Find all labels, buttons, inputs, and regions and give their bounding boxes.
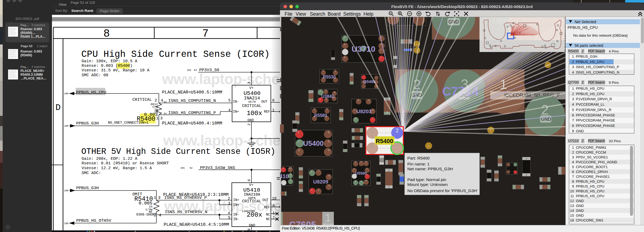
svg-text:3: 3 [158,196,160,200]
svg-text:4: 4 [328,148,330,152]
svg-text:Net name: PPBUS_G3H: Net name: PPBUS_G3H [407,167,453,171]
svg-text:10: 10 [365,179,367,182]
svg-text:8: 8 [355,180,356,182]
svg-text:5: 5 [344,36,345,39]
svg-text:100: 100 [64,189,68,192]
svg-text:1: 1 [380,56,382,59]
svg-text:101: 101 [180,167,185,169]
svg-text:8: 8 [344,56,345,59]
svg-text:4: 4 [322,69,324,72]
svg-text:GND: GND [247,118,254,122]
svg-text:1: 1 [325,212,331,224]
svg-text:OTHER 5V High Side Current Sen: OTHER 5V High Side Current Sense (IO5R) [81,147,275,156]
svg-text:CRITICAL: CRITICAL [242,104,261,108]
svg-text:53: 53 [194,69,197,72]
svg-text:6: 6 [328,131,330,134]
svg-text:1: 1 [156,116,159,121]
svg-text:U8203: U8203 [356,109,372,114]
svg-text:PPBUS_G3H: PPBUS_G3H [76,186,99,191]
svg-text:U8209: U8209 [313,179,328,185]
svg-text:U5400: U5400 [303,139,324,147]
svg-text:6: 6 [358,99,359,102]
svg-text:8: 8 [290,178,292,181]
svg-text:2: 2 [388,169,390,172]
svg-text:3: 3 [160,116,163,121]
svg-text:D: D [55,103,61,113]
svg-text:www.laptop-schema: www.laptop-schema [163,132,282,149]
svg-text:52: 52 [190,167,192,169]
svg-text:1: 1 [298,131,299,134]
svg-text:PPBUS_G3H: PPBUS_G3H [76,121,99,126]
svg-text:C7605: C7605 [289,219,316,225]
svg-text:Gain: 200x, EDP: 1.22 A: Gain: 200x, EDP: 1.22 A [82,157,137,161]
svg-text:NC: NC [266,217,270,221]
svg-text:IN-: IN- [233,100,239,104]
svg-text:2: 2 [372,109,373,111]
svg-text:1: 1 [490,129,491,132]
svg-text:2: 2 [155,98,157,103]
svg-text:2: 2 [541,102,549,117]
svg-text:3: 3 [370,144,373,149]
svg-text:5: 5 [334,91,335,94]
svg-text:5: 5 [228,216,230,220]
svg-text:R5530: R5530 [323,75,335,79]
svg-text:ISNS_HS_OTHER5V_N: ISNS_HS_OTHER5V_N [165,210,207,214]
svg-text:100: 100 [64,125,68,127]
svg-text:R5580: R5580 [314,113,327,118]
svg-text:3: 3 [365,161,367,163]
svg-text:PLACE_NEAR=U5410.4:5:10MM: PLACE_NEAR=U5410.4:5:10MM [164,222,229,227]
svg-text:2: 2 [247,123,251,126]
svg-text:4: 4 [370,128,373,133]
svg-text:Rsense: 0.003 (R5400): Rsense: 0.003 (R5400) [82,64,132,68]
svg-text:6: 6 [344,43,345,46]
svg-text:GND: GND [249,223,255,227]
svg-text:SMC ADC: 00: SMC ADC: 00 [82,73,108,78]
svg-text:Mount type: Unknown: Mount type: Unknown [407,182,448,187]
svg-text:1: 1 [428,145,429,147]
svg-text:1: 1 [526,173,527,176]
svg-text:SC70: SC70 [248,100,256,103]
svg-text:1: 1 [396,144,399,149]
svg-text:Part: R5400: Part: R5400 [407,156,430,160]
svg-text:PLACE_NEAR=U5410.2:3:10MM: PLACE_NEAR=U5410.2:3:10MM [163,192,229,197]
svg-text:OUT: OUT [261,100,267,104]
svg-text:1: 1 [388,185,390,188]
svg-text:1: 1 [386,99,388,101]
svg-text:Pad type: Normal pin: Pad type: Normal pin [407,177,446,182]
svg-text:Rsense: 0.01 (R5410) or Rsense: Rsense: 0.01 (R5410) or Rsense SHORT [82,161,169,166]
svg-text:PLACE_NEAR=U5400.4:10MM: PLACE_NEAR=U5400.4:10MM [162,121,222,126]
svg-text:NO_XNET_CONNECTION=1: NO_XNET_CONNECTION=1 [108,121,148,125]
svg-text:4: 4 [159,213,161,218]
svg-text:REF: REF [264,206,270,209]
svg-text:9: 9 [360,180,362,182]
svg-text:54: 54 [164,101,167,103]
svg-text:3: 3 [298,148,300,152]
svg-text:NC: NC [266,213,270,217]
svg-text:8: 8 [355,117,356,120]
svg-text:3: 3 [380,43,382,46]
svg-text:OUT: OUT [262,198,268,202]
svg-text:5: 5 [228,98,230,103]
svg-text:Pin name: 1: Pin name: 1 [407,162,430,166]
svg-text:Vsense: 12.2 mV, Range: 1.5 A: Vsense: 12.2 mV, Range: 1.5 A [82,166,152,171]
svg-text:4: 4 [328,184,330,187]
svg-text:2: 2 [526,158,527,161]
svg-text:1: 1 [372,117,373,120]
svg-text:100: 100 [64,222,68,225]
svg-text:8: 8 [311,170,312,173]
svg-text:1: 1 [282,167,284,169]
svg-text:200x: 200x [247,211,262,219]
svg-text:8: 8 [319,90,321,92]
svg-text:6: 6 [328,174,330,177]
svg-text:100x: 100x [247,110,262,117]
svg-text:REF: REF [264,110,270,114]
svg-text:8: 8 [103,28,110,40]
svg-text:3: 3 [247,82,251,84]
svg-text:5: 5 [355,161,356,163]
svg-text:7: 7 [202,28,209,40]
svg-text:4: 4 [360,161,362,163]
svg-text:1: 1 [559,168,561,171]
svg-text:9: 9 [290,173,292,176]
svg-text:PP3V3_S0: PP3V3_S0 [199,68,219,72]
svg-text:IN+: IN+ [233,198,239,202]
